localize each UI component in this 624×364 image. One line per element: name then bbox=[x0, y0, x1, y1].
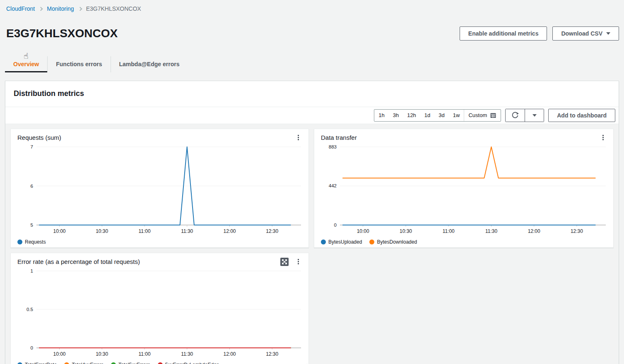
legend-dot bbox=[111, 362, 116, 364]
page-title: E3G7KHLSXONCOX bbox=[6, 27, 118, 40]
cursor-hand-icon: ☝ bbox=[24, 51, 29, 60]
resize-handle[interactable] bbox=[303, 362, 308, 364]
tab-functions-errors[interactable]: Functions errors bbox=[47, 56, 110, 72]
svg-text:10:30: 10:30 bbox=[400, 228, 412, 234]
chart-toolbar: 1h3h12h1d3d1w Custom bbox=[5, 107, 619, 124]
legend-label: BytesUploaded bbox=[328, 239, 362, 245]
refresh-icon bbox=[511, 112, 519, 119]
svg-text:12:30: 12:30 bbox=[571, 228, 583, 234]
enable-additional-metrics-label: Enable additional metrics bbox=[468, 30, 539, 37]
chart-grid: Requests (sum) 56710:0010:3011:0011:3012… bbox=[5, 124, 619, 364]
legend-label: Total5xxErrors bbox=[118, 362, 150, 364]
range-button-3d[interactable]: 3d bbox=[434, 112, 448, 118]
refresh-button-group bbox=[505, 109, 544, 122]
svg-text:12:00: 12:00 bbox=[223, 351, 236, 357]
svg-text:1: 1 bbox=[31, 268, 33, 273]
legend-item-5xxerrorbylambdaedge[interactable]: 5xxErrorByLambdaEdge bbox=[158, 362, 219, 364]
range-button-1w[interactable]: 1w bbox=[449, 112, 464, 118]
legend-item-bytesdownloaded[interactable]: BytesDownloaded bbox=[369, 239, 417, 245]
breadcrumb-item-e3g7khlsxoncox: E3G7KHLSXONCOX bbox=[86, 5, 141, 12]
legend-dot bbox=[321, 239, 326, 244]
requests-chart-legend: Requests bbox=[11, 238, 308, 249]
legend-label: 5xxErrorByLambdaEdge bbox=[165, 362, 219, 364]
svg-text:10:30: 10:30 bbox=[96, 228, 108, 234]
legend-item-totalerrorrate[interactable]: TotalErrorRate bbox=[17, 362, 57, 364]
legend-dot bbox=[17, 362, 22, 364]
legend-label: Requests bbox=[25, 239, 46, 245]
refresh-button[interactable] bbox=[506, 109, 525, 122]
svg-text:10:00: 10:00 bbox=[53, 228, 65, 234]
svg-text:12:00: 12:00 bbox=[528, 228, 540, 234]
data-transfer-chart-canvas[interactable]: 044288310:0010:3011:0011:3012:0012:30 bbox=[321, 143, 607, 238]
refresh-options-button[interactable] bbox=[525, 109, 544, 122]
svg-text:442: 442 bbox=[329, 183, 337, 188]
svg-text:0: 0 bbox=[31, 345, 33, 350]
svg-text:7: 7 bbox=[31, 144, 33, 149]
add-to-dashboard-button[interactable]: Add to dashboard bbox=[548, 109, 615, 122]
error-rate-chart-card: Error rate (as a percentage of total req… bbox=[10, 253, 309, 364]
requests-chart-title: Requests (sum) bbox=[17, 134, 61, 141]
enable-additional-metrics-button[interactable]: Enable additional metrics bbox=[460, 26, 547, 41]
kebab-menu-icon[interactable] bbox=[294, 134, 302, 142]
breadcrumb-item-cloudfront[interactable]: CloudFront bbox=[6, 5, 35, 12]
kebab-menu-icon[interactable] bbox=[599, 134, 607, 142]
tab-lambda-edge-errors[interactable]: Lambda@Edge errors bbox=[111, 56, 188, 72]
svg-text:11:00: 11:00 bbox=[138, 351, 150, 357]
download-csv-button[interactable]: Download CSV bbox=[552, 26, 619, 41]
svg-text:11:00: 11:00 bbox=[138, 228, 150, 234]
legend-label: TotalErrorRate bbox=[25, 362, 57, 364]
tab-bar: OverviewFunctions errorsLambda@Edge erro… bbox=[5, 56, 624, 72]
expand-button[interactable] bbox=[280, 258, 289, 266]
panel-title: Distribution metrics bbox=[5, 81, 619, 107]
svg-text:10:30: 10:30 bbox=[96, 351, 108, 357]
header-buttons: Enable additional metrics Download CSV bbox=[460, 26, 619, 41]
legend-dot bbox=[369, 239, 374, 244]
requests-chart-canvas[interactable]: 56710:0010:3011:0011:3012:0012:30 bbox=[17, 143, 302, 238]
svg-text:11:30: 11:30 bbox=[485, 228, 497, 234]
svg-text:10:00: 10:00 bbox=[357, 228, 369, 234]
range-button-3h[interactable]: 3h bbox=[389, 112, 403, 118]
custom-range-label: Custom bbox=[468, 112, 487, 118]
expand-icon bbox=[280, 258, 289, 266]
legend-item-bytesuploaded[interactable]: BytesUploaded bbox=[321, 239, 362, 245]
error-rate-chart-legend: TotalErrorRateTotal4xxErrorsTotal5xxErro… bbox=[11, 361, 308, 364]
data-transfer-chart-legend: BytesUploadedBytesDownloaded bbox=[314, 238, 613, 249]
svg-text:12:30: 12:30 bbox=[266, 351, 278, 357]
legend-item-total4xxerrors[interactable]: Total4xxErrors bbox=[64, 362, 104, 364]
caret-down-icon bbox=[606, 32, 610, 35]
legend-label: BytesDownloaded bbox=[377, 239, 417, 245]
svg-text:0: 0 bbox=[334, 223, 337, 228]
data-transfer-chart-card: Data transfer 044288310:0010:3011:0011:3… bbox=[314, 129, 614, 248]
range-button-1h[interactable]: 1h bbox=[374, 112, 388, 118]
breadcrumb-item-monitoring[interactable]: Monitoring bbox=[47, 5, 74, 12]
resize-grip-icon bbox=[303, 363, 308, 364]
svg-text:11:30: 11:30 bbox=[181, 228, 193, 234]
legend-dot bbox=[17, 239, 22, 244]
error-rate-chart-canvas[interactable]: 00.5110:0010:3011:0011:3012:0012:30 bbox=[17, 267, 302, 361]
time-range-selector: 1h3h12h1d3d1w Custom bbox=[374, 109, 501, 122]
data-transfer-chart-title: Data transfer bbox=[321, 134, 357, 141]
svg-text:883: 883 bbox=[329, 144, 337, 149]
legend-label: Total4xxErrors bbox=[72, 362, 104, 364]
distribution-metrics-panel: Distribution metrics 1h3h12h1d3d1w Custo… bbox=[5, 81, 619, 364]
svg-text:12:00: 12:00 bbox=[223, 228, 236, 234]
legend-dot bbox=[158, 362, 163, 364]
legend-item-requests[interactable]: Requests bbox=[17, 239, 46, 245]
svg-text:12:30: 12:30 bbox=[266, 228, 278, 234]
legend-item-total5xxerrors[interactable]: Total5xxErrors bbox=[111, 362, 150, 364]
requests-chart-card: Requests (sum) 56710:0010:3011:0011:3012… bbox=[10, 129, 309, 248]
download-csv-label: Download CSV bbox=[561, 30, 602, 37]
add-to-dashboard-label: Add to dashboard bbox=[557, 112, 607, 119]
range-button-12h[interactable]: 12h bbox=[403, 112, 420, 118]
kebab-menu-icon[interactable] bbox=[294, 258, 302, 266]
range-button-1d[interactable]: 1d bbox=[420, 112, 434, 118]
svg-text:5: 5 bbox=[31, 223, 33, 228]
svg-text:6: 6 bbox=[31, 183, 33, 188]
breadcrumb-chevron-icon bbox=[39, 7, 43, 11]
caret-down-icon bbox=[532, 114, 537, 117]
calendar-icon bbox=[490, 112, 496, 119]
custom-range-button[interactable]: Custom bbox=[464, 110, 501, 121]
error-rate-chart-title: Error rate (as a percentage of total req… bbox=[17, 258, 140, 265]
svg-text:0.5: 0.5 bbox=[27, 307, 33, 312]
legend-dot bbox=[64, 362, 69, 364]
